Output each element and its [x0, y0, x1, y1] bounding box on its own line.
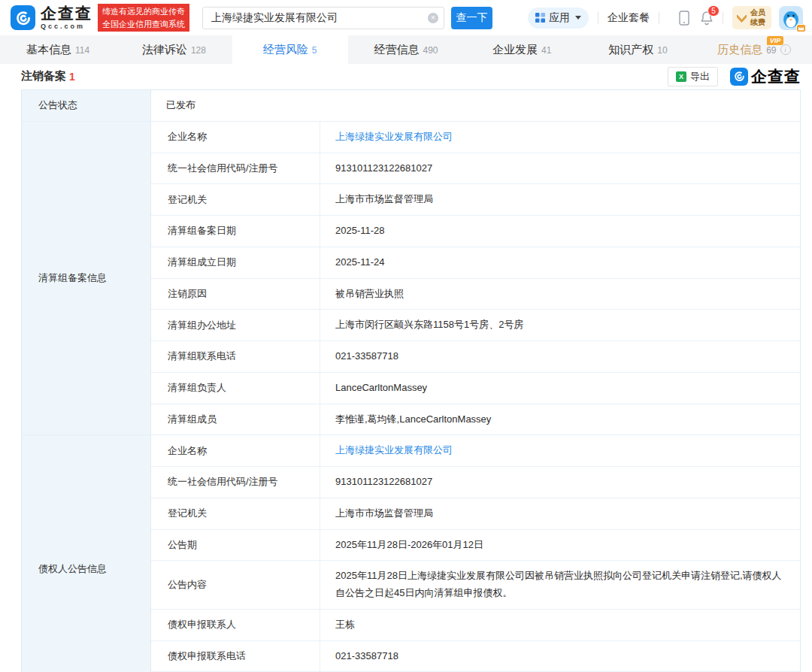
row-group-label: 公告状态	[22, 90, 151, 121]
tab-count: 114	[75, 45, 89, 56]
clear-search-icon[interactable]: ×	[428, 13, 438, 23]
user-avatar[interactable]	[779, 6, 803, 30]
tab-count: 5	[312, 45, 317, 56]
section-header: 注销备案 1 X 导出 企查查	[0, 64, 812, 89]
field-label: 公告期	[151, 530, 320, 561]
tab[interactable]: 知识产权10	[580, 35, 695, 64]
tab[interactable]: 历史信息69VIPi	[696, 35, 812, 64]
tab[interactable]: 企业发展41	[464, 35, 580, 64]
row-group-body: 已发布	[151, 90, 800, 121]
table-row: 清算组办公地址上海市闵行区颛兴东路1158号1号房、2号房	[151, 310, 800, 341]
divider	[723, 12, 723, 24]
page: 企查查 Qcc.com 缔造有远见的商业传奇 全国企业信用查询系统 × 查一下	[0, 0, 812, 672]
apps-menu-button[interactable]: 应用	[528, 8, 589, 29]
field-value: 021-33587718	[320, 341, 800, 372]
qcc-logo-icon	[11, 5, 35, 30]
tab[interactable]: 法律诉讼128	[116, 35, 232, 64]
tab[interactable]: 经营信息490	[348, 35, 464, 64]
field-value: 王栋	[320, 610, 800, 640]
notifications-button[interactable]: 5	[700, 11, 714, 26]
table-section: 债权人公告信息企业名称上海绿捷实业发展有限公司统一社会信用代码/注册号91310…	[22, 435, 800, 672]
field-value: 上海市市场监督管理局	[320, 184, 800, 215]
field-value: 913101123122681027	[320, 153, 800, 184]
export-button[interactable]: X 导出	[668, 67, 718, 86]
table-row: 清算组成员李惟谨,葛均锋,LanceCarltonMassey	[151, 404, 800, 435]
deregistration-record-table: 公告状态已发布清算组备案信息企业名称上海绿捷实业发展有限公司统一社会信用代码/注…	[21, 89, 801, 672]
mobile-app-button[interactable]	[679, 11, 689, 26]
notification-count-badge: 5	[707, 5, 720, 17]
qcc-logo[interactable]: 企查查 Qcc.com	[11, 5, 92, 30]
company-link[interactable]: 上海绿捷实业发展有限公司	[320, 435, 800, 466]
export-label: 导出	[690, 70, 710, 83]
field-value: 李惟谨,葛均锋,LanceCarltonMassey	[320, 404, 800, 435]
tab-label: 历史信息	[717, 43, 762, 57]
excel-icon: X	[676, 71, 686, 82]
field-value: 2025年11月28日-2026年01月12日	[320, 530, 800, 561]
field-value: 021-33587718	[320, 641, 800, 672]
phone-icon	[679, 11, 689, 26]
tab-label: 基本信息	[26, 43, 71, 57]
row-group-body: 企业名称上海绿捷实业发展有限公司统一社会信用代码/注册号913101123122…	[151, 122, 800, 435]
search-button[interactable]: 查一下	[451, 7, 492, 29]
field-value: LanceCarltonMassey	[320, 373, 800, 404]
field-label: 清算组办公地址	[151, 310, 320, 341]
slogan-line-2: 全国企业信用查询系统	[102, 18, 185, 31]
brand-domain: Qcc.com	[41, 23, 92, 30]
table-row: 债权申报联系电话021-33587718	[151, 641, 800, 672]
field-label: 企业名称	[151, 122, 320, 153]
search-input[interactable]	[202, 7, 444, 29]
enterprise-package-link[interactable]: 企业套餐	[607, 11, 650, 25]
field-label: 清算组成员	[151, 404, 320, 435]
search-input-wrap: ×	[202, 7, 444, 29]
field-label: 注销原因	[151, 279, 320, 310]
field-value: 2025年11月28日上海绿捷实业发展有限公司因被吊销营业执照拟向公司登记机关申…	[320, 561, 800, 609]
table-row: 清算组联系电话021-33587718	[151, 341, 800, 373]
field-label: 债权申报联系人	[151, 610, 320, 640]
search-bar: × 查一下	[202, 7, 492, 29]
qcc-watermark-icon	[730, 68, 748, 86]
qcc-logo-text: 企查查 Qcc.com	[41, 5, 92, 30]
field-value: 913101123122681027	[320, 467, 800, 498]
tab[interactable]: 基本信息114	[0, 35, 116, 64]
tab-label: 经营信息	[374, 43, 419, 57]
tab[interactable]: 经营风险5	[232, 35, 348, 64]
field-label: 登记机关	[151, 184, 320, 215]
tab-count: 69	[766, 45, 776, 56]
table-row: 登记机关上海市市场监督管理局	[151, 184, 800, 216]
slogan-banner: 缔造有远见的商业传奇 全国企业信用查询系统	[98, 4, 189, 32]
tab-label: 企业发展	[492, 43, 538, 57]
tab-label: 经营风险	[263, 43, 308, 57]
company-link[interactable]: 上海绿捷实业发展有限公司	[320, 122, 800, 153]
field-value: 已发布	[151, 90, 800, 121]
field-label: 统一社会信用代码/注册号	[151, 467, 320, 498]
field-label: 清算组负责人	[151, 373, 320, 404]
table-row: 企业名称上海绿捷实业发展有限公司	[151, 122, 800, 153]
field-label: 统一社会信用代码/注册号	[151, 153, 320, 184]
avatar-vip-crown-icon	[796, 24, 806, 32]
tab-count: 490	[423, 45, 438, 56]
top-header: 企查查 Qcc.com 缔造有远见的商业传奇 全国企业信用查询系统 × 查一下	[0, 0, 812, 35]
table-row: 公告内容2025年11月28日上海绿捷实业发展有限公司因被吊销营业执照拟向公司登…	[151, 561, 800, 610]
vip-renew-label: 会员 续费	[750, 8, 765, 27]
info-icon[interactable]: i	[780, 44, 791, 55]
field-value: 上海市闵行区颛兴东路1158号1号房、2号房	[320, 310, 800, 341]
field-value: 被吊销营业执照	[320, 279, 800, 310]
table-row: 清算组成立日期2025-11-24	[151, 247, 800, 279]
brand-name: 企查查	[41, 5, 92, 21]
field-label: 清算组备案日期	[151, 216, 320, 247]
table-section: 清算组备案信息企业名称上海绿捷实业发展有限公司统一社会信用代码/注册号91310…	[22, 122, 800, 436]
row-group-body: 企业名称上海绿捷实业发展有限公司统一社会信用代码/注册号913101123122…	[151, 435, 800, 672]
table-row: 企业名称上海绿捷实业发展有限公司	[151, 435, 800, 467]
table-row: 登记机关上海市市场监督管理局	[151, 498, 800, 530]
tab-label: 法律诉讼	[142, 43, 187, 57]
field-label: 清算组成立日期	[151, 247, 320, 278]
row-group-label: 清算组备案信息	[22, 122, 151, 435]
field-label: 登记机关	[151, 498, 320, 529]
vip-renew-button[interactable]: 会员 续费	[732, 6, 771, 29]
chevron-down-icon	[575, 16, 581, 20]
header-nav: 应用 企业套餐 5	[528, 6, 803, 30]
table-row: 统一社会信用代码/注册号913101123122681027	[151, 153, 800, 185]
qcc-watermark-logo: 企查查	[730, 66, 801, 87]
tab-label: 知识产权	[608, 43, 653, 57]
table-row: 公告期2025年11月28日-2026年01月12日	[151, 530, 800, 562]
